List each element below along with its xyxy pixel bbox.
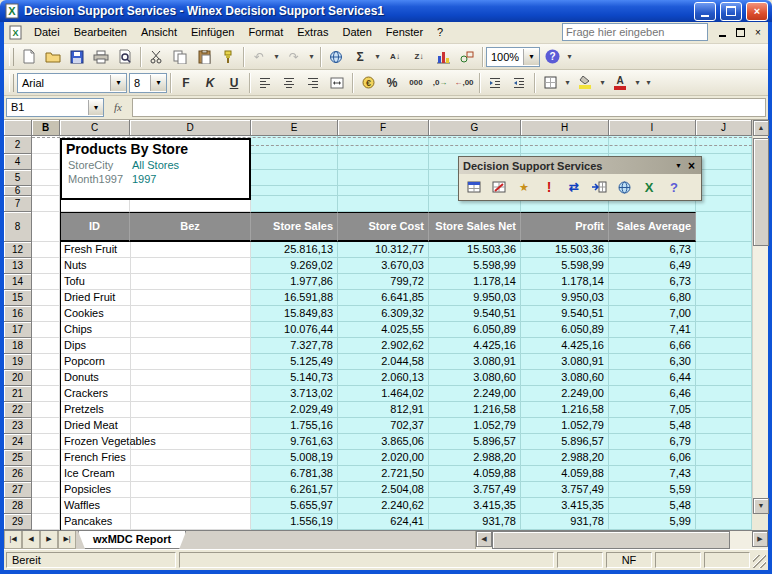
cell-value[interactable]: 1.052,79	[429, 418, 521, 434]
cell-value[interactable]: 5.140,73	[251, 370, 338, 386]
cell[interactable]	[696, 290, 752, 306]
row-header-7[interactable]: 7	[4, 196, 32, 212]
column-header-J[interactable]: J	[696, 120, 752, 136]
font-color-dropdown[interactable]: ▾	[632, 72, 643, 94]
redo-dropdown[interactable]: ▾	[306, 46, 317, 68]
cell-product-name[interactable]: Dried Meat	[60, 418, 251, 434]
table-header-store-cost[interactable]: Store Cost	[338, 212, 429, 242]
autosum-button[interactable]: Σ	[348, 45, 372, 69]
cell[interactable]	[696, 258, 752, 274]
cell[interactable]	[32, 242, 60, 258]
cell-value[interactable]: 2.249,00	[521, 386, 609, 402]
cell-value[interactable]: 6,30	[609, 354, 696, 370]
cell-value[interactable]: 3.415,35	[429, 498, 521, 514]
copy-button[interactable]	[168, 45, 192, 69]
toolbar-grip[interactable]	[9, 48, 14, 66]
font-size-combo[interactable]: 8 ▾	[129, 73, 167, 93]
column-header-H[interactable]: H	[521, 120, 609, 136]
row-header-26[interactable]: 26	[4, 466, 32, 482]
thousands-separator-button[interactable]: 000	[404, 71, 428, 95]
column-header-B[interactable]: B	[32, 120, 60, 136]
cell-value[interactable]: 3.080,91	[521, 354, 609, 370]
undo-button[interactable]: ↶	[247, 45, 271, 69]
decrease-decimal-button[interactable]: ←,00	[452, 71, 476, 95]
column-header-F[interactable]: F	[338, 120, 429, 136]
row-header-24[interactable]: 24	[4, 434, 32, 450]
save-button[interactable]	[65, 45, 89, 69]
cell-value[interactable]: 4.059,88	[429, 466, 521, 482]
row-header-18[interactable]: 18	[4, 338, 32, 354]
cell-value[interactable]: 1.977,86	[251, 274, 338, 290]
cell[interactable]	[696, 418, 752, 434]
fill-color-button[interactable]	[573, 71, 597, 95]
cell-value[interactable]: 2.029,49	[251, 402, 338, 418]
row-header-12[interactable]: 12	[4, 242, 32, 258]
row-header-17[interactable]: 17	[4, 322, 32, 338]
cell[interactable]	[696, 434, 752, 450]
row-header-29[interactable]: 29	[4, 514, 32, 530]
cell-value[interactable]: 16.591,88	[251, 290, 338, 306]
cell-product-name[interactable]: French Fries	[60, 450, 251, 466]
cell-value[interactable]: 931,78	[429, 514, 521, 530]
maximize-button[interactable]	[720, 2, 742, 21]
borders-dropdown[interactable]: ▾	[562, 72, 573, 94]
zoom-combo[interactable]: 100% ▾	[486, 47, 540, 67]
cell-value[interactable]: 2.988,20	[429, 450, 521, 466]
doc-restore-button[interactable]	[732, 25, 748, 39]
column-header-C[interactable]: C	[60, 120, 130, 136]
increase-indent-button[interactable]	[507, 71, 531, 95]
cell-product-name[interactable]: Fresh Fruit	[60, 242, 251, 258]
cell[interactable]	[251, 170, 338, 186]
cell-value[interactable]: 6,79	[609, 434, 696, 450]
percent-button[interactable]: %	[380, 71, 404, 95]
next-sheet-button[interactable]: ▶	[40, 531, 58, 549]
dss-excel-export-button[interactable]: X	[637, 175, 661, 199]
cell-value[interactable]: 6.050,89	[429, 322, 521, 338]
cell[interactable]	[32, 170, 60, 186]
dss-report-grid-button[interactable]	[462, 175, 486, 199]
previous-sheet-button[interactable]: ◀	[22, 531, 40, 549]
autosum-dropdown[interactable]: ▾	[372, 46, 383, 68]
cell[interactable]	[32, 370, 60, 386]
cell-value[interactable]: 3.757,49	[521, 482, 609, 498]
cell-value[interactable]: 6.309,32	[338, 306, 429, 322]
cell-value[interactable]: 931,78	[521, 514, 609, 530]
cell[interactable]	[251, 196, 338, 212]
cell-value[interactable]: 7.327,78	[251, 338, 338, 354]
name-box[interactable]: B1 ▾	[6, 98, 104, 117]
cell-value[interactable]: 5.896,57	[429, 434, 521, 450]
dss-alert-button[interactable]: !	[537, 175, 561, 199]
cell-value[interactable]: 702,37	[338, 418, 429, 434]
dss-toolbar-dropdown-icon[interactable]: ▼	[671, 162, 686, 169]
cell-value[interactable]: 3.713,02	[251, 386, 338, 402]
table-header-bez[interactable]: Bez	[130, 212, 251, 242]
cell-value[interactable]: 3.080,91	[429, 354, 521, 370]
drawing-button[interactable]	[455, 45, 479, 69]
font-color-button[interactable]: A	[608, 71, 632, 95]
cell-value[interactable]: 1.178,14	[429, 274, 521, 290]
formula-input[interactable]	[132, 98, 766, 117]
cell-value[interactable]: 5.598,99	[521, 258, 609, 274]
cell-product-name[interactable]: Crackers	[60, 386, 251, 402]
cell-value[interactable]: 2.044,58	[338, 354, 429, 370]
cell[interactable]	[32, 196, 60, 212]
dss-highlight-button[interactable]: ★	[512, 175, 536, 199]
cell-product-name[interactable]: Popsicles	[60, 482, 251, 498]
cell[interactable]	[696, 322, 752, 338]
table-header-profit[interactable]: Profit	[521, 212, 609, 242]
cell[interactable]	[338, 186, 429, 196]
scroll-left-button[interactable]: ◀	[476, 531, 492, 547]
cell-product-name[interactable]: Ice Cream	[60, 466, 251, 482]
cell-product-name[interactable]: Waffles	[60, 498, 251, 514]
doc-minimize-button[interactable]	[714, 25, 730, 39]
filter-value[interactable]: 1997	[132, 173, 156, 185]
open-button[interactable]	[41, 45, 65, 69]
cell-value[interactable]: 3.757,49	[429, 482, 521, 498]
cell[interactable]	[696, 498, 752, 514]
font-name-dropdown-icon[interactable]: ▾	[110, 75, 126, 91]
cell[interactable]	[32, 154, 60, 170]
cell-product-name[interactable]: Frozen Vegetables	[60, 434, 251, 450]
column-header-I[interactable]: I	[609, 120, 696, 136]
cell-value[interactable]: 10.312,77	[338, 242, 429, 258]
cell-value[interactable]: 2.504,08	[338, 482, 429, 498]
